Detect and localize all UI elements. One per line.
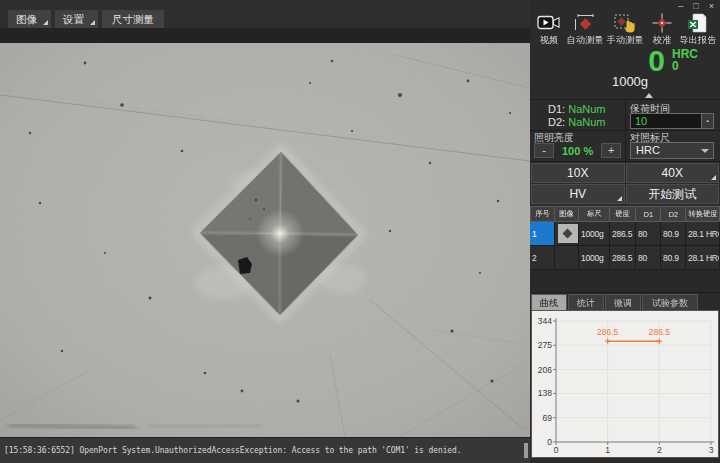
image-viewport[interactable] — [0, 28, 530, 437]
cell-image — [555, 246, 579, 270]
cell-no: 2 — [530, 246, 555, 270]
d2-value: NaNum — [568, 116, 605, 128]
svg-text:206: 206 — [538, 365, 552, 375]
chart-canvas: 0691382062753440123286.5286.5 — [532, 311, 718, 457]
auto-measure-icon — [573, 13, 597, 33]
chevron-down-icon — [701, 149, 709, 153]
tab-settings-label: 设置 — [63, 13, 84, 25]
dropdown-corner-icon — [90, 20, 95, 25]
objective-10x-button[interactable]: 10X — [531, 163, 625, 183]
tab-image-label: 图像 — [16, 13, 37, 25]
control-panel: – □ × 视频 自动测量 — [530, 0, 720, 463]
video-camera-icon — [537, 13, 561, 33]
cell-d1: 80 — [636, 246, 661, 270]
cell-d1: 80 — [636, 222, 661, 246]
cell-d2: 80.9 — [661, 246, 686, 270]
mode-hv-button[interactable]: HV — [531, 184, 625, 204]
table-header-row: 序号 图像 标尺 硬度 D1 D2 转换硬度 — [530, 206, 720, 222]
start-test-button[interactable]: 开始测试 — [626, 184, 720, 204]
d1-label: D1: — [548, 103, 565, 115]
brightness-minus-button[interactable]: - — [534, 143, 554, 158]
svg-text:138: 138 — [538, 388, 552, 398]
status-text: [15:58:36:6552] OpenPort System.Unauthor… — [4, 446, 462, 455]
window-controls: – □ × — [678, 0, 714, 13]
minimize-button[interactable]: – — [678, 0, 683, 13]
export-report-label: 导出报告 — [680, 34, 717, 46]
status-bar: [15:58:36:6552] OpenPort System.Unauthor… — [0, 437, 530, 463]
top-tabbar: 图像 设置 尺寸测量 — [0, 0, 530, 28]
hardness-curve-chart: 0691382062753440123286.5286.5 — [531, 310, 719, 458]
cell-no: 1 — [530, 222, 555, 246]
hand-cursor-icon — [626, 21, 635, 33]
scrollbar-thumb[interactable] — [524, 443, 528, 458]
table-empty-row — [530, 270, 720, 293]
tab-settings[interactable]: 设置 — [55, 10, 98, 28]
brightness-plus-button[interactable]: + — [601, 143, 621, 158]
spinner-button[interactable]: ▪ — [701, 114, 713, 128]
svg-text:344: 344 — [538, 316, 552, 326]
tab-fine-tune[interactable]: 微调 — [605, 294, 641, 310]
svg-text:286.5: 286.5 — [649, 327, 671, 337]
tab-statistics[interactable]: 统计 — [568, 294, 604, 310]
video-button[interactable]: 视频 — [532, 13, 565, 49]
svg-text:1: 1 — [605, 445, 610, 455]
cell-converted: 28.1 HRC — [686, 246, 720, 270]
hardness-display: 0 HRC 0 1000g — [530, 47, 720, 99]
app-window: 图像 设置 尺寸测量 — [0, 0, 720, 463]
d2-label: D2: — [548, 116, 565, 128]
ref-scale-dropdown[interactable]: HRC — [630, 142, 714, 159]
close-button[interactable]: × — [709, 0, 714, 13]
svg-text:0: 0 — [554, 445, 559, 455]
parameters-panel: D1: NaNum D2: NaNum 保荷时间 10 ▪ 照明亮度 - 100… — [530, 99, 720, 162]
auto-measure-button[interactable]: 自动测量 — [565, 13, 605, 49]
svg-text:69: 69 — [543, 413, 553, 423]
brightness-label: 照明亮度 — [534, 132, 574, 143]
svg-text:3: 3 — [709, 445, 714, 455]
ref-scale-value: HRC — [636, 144, 660, 156]
svg-text:0: 0 — [547, 437, 552, 447]
cell-hardness: 286.5 — [610, 246, 636, 270]
table-row[interactable]: 1 1000g 286.5 80 80.9 28.1 HRC — [530, 222, 720, 246]
tab-dimension-measure[interactable]: 尺寸测量 — [102, 10, 164, 28]
results-table: 序号 图像 标尺 硬度 D1 D2 转换硬度 1 1000g 286.5 80 … — [530, 206, 720, 293]
tab-dimension-label: 尺寸测量 — [112, 13, 154, 25]
svg-text:275: 275 — [538, 340, 552, 350]
indent-thumbnail[interactable] — [558, 224, 578, 243]
cell-d2: 80.9 — [661, 222, 686, 246]
micrograph-image — [0, 43, 530, 437]
cell-converted: 28.1 HRC — [686, 222, 720, 246]
cell-hardness: 286.5 — [610, 222, 636, 246]
calibrate-icon — [650, 13, 674, 33]
bottom-tabbar: 曲线 统计 微调 试验参数 — [531, 293, 719, 310]
diamond-icon — [563, 229, 573, 239]
cell-scale: 1000g — [579, 222, 610, 246]
triangle-up-icon — [645, 93, 653, 98]
export-report-button[interactable]: 导出报告 — [678, 13, 718, 49]
svg-text:2: 2 — [657, 445, 662, 455]
objective-40x-button[interactable]: 40X — [626, 163, 720, 183]
manual-measure-label: 手动测量 — [607, 34, 644, 46]
hardness-secondary-value: 0 — [672, 60, 698, 72]
brightness-value: 100 % — [562, 145, 593, 157]
dropdown-corner-icon — [617, 196, 622, 201]
maximize-button[interactable]: □ — [693, 0, 698, 13]
cell-image — [555, 222, 579, 246]
table-row[interactable]: 2 1000g 286.5 80 80.9 28.1 HRC — [530, 246, 720, 270]
manual-measure-button[interactable]: 手动测量 — [605, 13, 645, 49]
dropdown-corner-icon — [711, 175, 716, 180]
toolbar: 视频 自动测量 — [530, 13, 720, 49]
hardness-main-value: 0 — [648, 48, 665, 74]
tab-image[interactable]: 图像 — [8, 10, 51, 28]
d1-value: NaNum — [568, 103, 605, 115]
cell-scale: 1000g — [579, 246, 610, 270]
hold-time-value: 10 — [631, 115, 701, 127]
hold-time-input[interactable]: 10 ▪ — [630, 113, 714, 129]
tab-test-parameters[interactable]: 试验参数 — [642, 294, 698, 310]
test-load-value: 1000g — [570, 74, 690, 89]
dropdown-corner-icon — [43, 20, 48, 25]
excel-export-icon — [686, 13, 710, 33]
objective-buttons: 10X 40X HV 开始测试 — [531, 163, 719, 204]
tab-curve[interactable]: 曲线 — [531, 294, 567, 310]
manual-measure-icon — [613, 13, 637, 33]
auto-measure-label: 自动测量 — [567, 34, 604, 46]
